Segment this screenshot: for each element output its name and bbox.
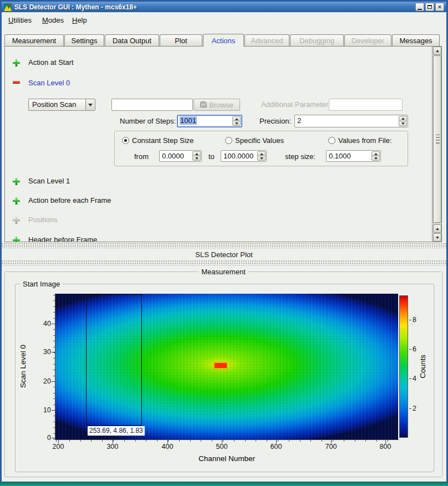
x-tick-label: 800	[373, 443, 398, 451]
expand-plus-icon[interactable]	[13, 237, 20, 242]
radio-values-from-file-label[interactable]: Values from File:	[338, 136, 392, 145]
scrollbar-thumb[interactable]	[433, 55, 441, 223]
menu-modes[interactable]: Modes	[40, 15, 65, 25]
additional-parameter-input[interactable]	[329, 99, 403, 111]
expand-plus-icon[interactable]	[13, 178, 20, 185]
arrow-down-icon	[195, 157, 198, 160]
y-axis-title: Scan Level 0	[18, 294, 28, 439]
scan-mode-combobox[interactable]: Position Scan	[28, 99, 95, 111]
y-tick-label: 0	[35, 434, 51, 442]
measurement-group-title: Measurement	[198, 268, 248, 276]
radio-specific-values[interactable]	[225, 137, 232, 144]
positions-label: Positions	[28, 216, 58, 224]
spin-buttons	[399, 116, 407, 126]
scroll-down-button[interactable]	[433, 233, 441, 242]
tab-debugging: Debugging	[290, 34, 344, 46]
minimize-button[interactable]	[415, 3, 424, 11]
spin-up-button[interactable]	[192, 151, 201, 156]
spin-up-button[interactable]	[257, 151, 266, 156]
step-mode-groupbox: Constant Step Size Specific Values Value…	[114, 131, 408, 166]
tab-advanced: Advanced	[245, 34, 289, 46]
plot-dock-title: SLS Detector Plot	[2, 250, 446, 259]
number-of-steps-label: Number of Steps:	[120, 117, 176, 125]
splitter-handle[interactable]	[2, 243, 446, 248]
scroll-up-button-2[interactable]	[433, 224, 441, 233]
combo-dropdown-button[interactable]	[85, 99, 95, 110]
x-tick-label: 700	[319, 443, 343, 451]
scan-script-input[interactable]	[111, 99, 193, 111]
tab-bar: Measurement Settings Data Output Plot Ac…	[4, 34, 440, 47]
radio-constant-step-size-label[interactable]: Constant Step Size	[132, 136, 194, 145]
spin-up-button[interactable]	[232, 116, 241, 121]
arrow-up-icon	[374, 153, 378, 155]
titlebar[interactable]: SLS Detector GUI : Mythen - mcs6x18+ ✕	[2, 2, 446, 12]
x-tick-label: 200	[46, 443, 70, 451]
close-icon: ✕	[437, 4, 442, 10]
app-icon	[4, 3, 12, 11]
minimize-icon	[418, 9, 422, 10]
collapse-minus-icon[interactable]	[13, 81, 20, 84]
arrow-down-icon	[260, 157, 263, 160]
action-at-start-label[interactable]: Action at Start	[28, 58, 74, 66]
number-of-steps-value: 1001	[180, 116, 197, 125]
spin-down-button[interactable]	[192, 156, 201, 161]
radio-values-from-file[interactable]	[328, 137, 335, 144]
arrow-down-icon	[436, 237, 439, 239]
precision-label: Precision:	[259, 117, 291, 125]
from-spinbox[interactable]: 0.0000	[159, 150, 202, 162]
close-button[interactable]: ✕	[435, 3, 444, 11]
browse-button: Browse	[194, 99, 240, 111]
precision-value: 2	[297, 116, 301, 125]
scan-level-0-label[interactable]: Scan Level 0	[28, 79, 70, 87]
colorbar-tick-label: 8	[413, 316, 416, 324]
colorbar-tick-label: 6	[413, 345, 416, 353]
scroll-up-button[interactable]	[433, 47, 441, 55]
spin-down-button[interactable]	[232, 121, 241, 126]
to-spinbox[interactable]: 100.0000	[221, 150, 267, 162]
maximize-button[interactable]	[425, 3, 434, 11]
action-before-each-frame-label[interactable]: Action before each Frame	[28, 196, 111, 204]
scan-mode-value: Position Scan	[32, 100, 77, 109]
spin-down-button[interactable]	[257, 156, 266, 161]
header-before-frame-label[interactable]: Header before Frame	[28, 236, 97, 242]
expand-plus-icon[interactable]	[13, 197, 20, 204]
additional-parameter-label: Additional Parameter:	[261, 100, 330, 109]
app-window: SLS Detector GUI : Mythen - mcs6x18+ ✕ U…	[0, 0, 448, 486]
menubar: Utilities Modes Help	[2, 12, 446, 28]
spin-down-button[interactable]	[371, 156, 380, 161]
window-title: SLS Detector GUI : Mythen - mcs6x18+	[14, 3, 415, 11]
zoom-selection-rect	[86, 294, 142, 426]
step-size-spinbox[interactable]: 0.1000	[326, 150, 381, 162]
y-tick-label: 30	[35, 348, 51, 356]
y-tick-label: 20	[35, 377, 51, 385]
vertical-scrollbar[interactable]	[432, 47, 441, 242]
spin-down-button[interactable]	[399, 121, 407, 126]
precision-spinbox[interactable]: 2	[294, 115, 408, 127]
arrow-up-icon	[401, 117, 405, 120]
start-image-group-title: Start Image	[20, 280, 63, 288]
splitter-handle[interactable]	[2, 260, 446, 265]
y-axis-line	[55, 294, 55, 440]
tab-messages[interactable]: Messages	[392, 34, 440, 46]
menu-utilities[interactable]: Utilities	[7, 15, 33, 25]
tab-plot[interactable]: Plot	[160, 34, 202, 46]
maximize-icon	[427, 5, 432, 9]
from-label: from	[134, 152, 149, 161]
number-of-steps-spinbox[interactable]: 1001	[177, 115, 242, 127]
plot-canvas[interactable]: 253.69, 4.86, 1.83	[55, 294, 398, 439]
to-label: to	[208, 152, 215, 161]
spin-up-button[interactable]	[371, 151, 380, 156]
colorbar	[399, 295, 408, 438]
menu-help[interactable]: Help	[70, 15, 89, 25]
tab-actions[interactable]: Actions	[203, 34, 244, 47]
spin-up-button[interactable]	[399, 116, 407, 121]
tab-data-output[interactable]: Data Output	[105, 34, 159, 46]
y-minor-ticks	[53, 294, 55, 439]
radio-specific-values-label[interactable]: Specific Values	[235, 136, 284, 145]
expand-plus-icon[interactable]	[13, 59, 20, 66]
radio-constant-step-size[interactable]	[122, 137, 129, 144]
tab-measurement[interactable]: Measurement	[4, 34, 64, 46]
tab-settings[interactable]: Settings	[64, 34, 104, 46]
x-tick-label: 300	[100, 443, 125, 451]
scan-level-1-label[interactable]: Scan Level 1	[28, 177, 70, 185]
